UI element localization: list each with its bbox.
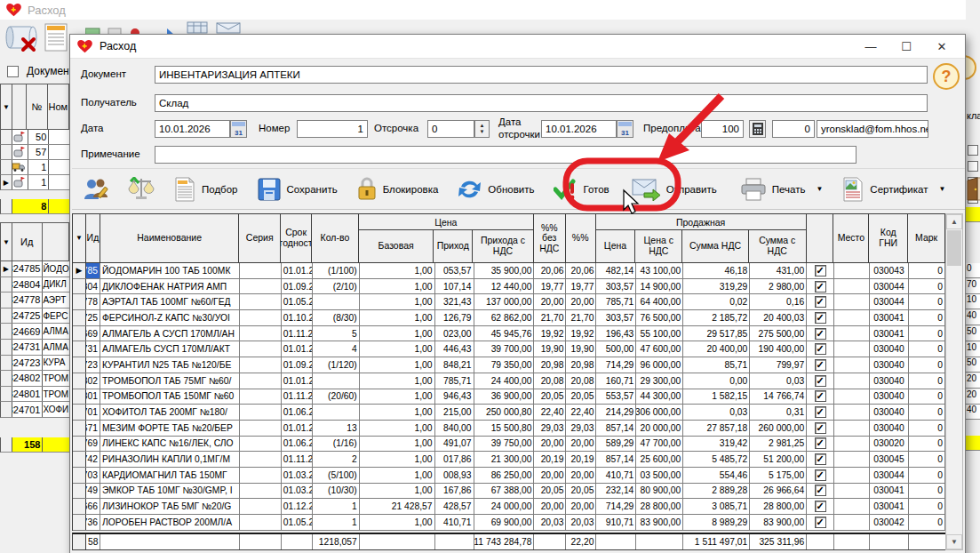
doc-num-cell[interactable]: 57 [28,145,50,159]
sum-nds-cell[interactable]: 0,02 [683,294,750,309]
prihod-nds-cell[interactable]: 69 900,00 [474,515,535,530]
id-cell[interactable]: 749 [86,484,100,499]
price-cell[interactable]: 714,29 [596,357,636,373]
base-cell[interactable]: 1,00 [360,421,435,436]
expiry-cell[interactable]: 01.06.2 [282,405,313,420]
prihod-cell[interactable]: 491,07 [435,437,474,452]
name-cell[interactable]: ЛОРОБЕН РАСТВОР 200МЛ/А [100,515,240,530]
col-price[interactable]: Цена [596,230,636,262]
table-row[interactable]: 725ФЕРСИНОЛ-Z КАПС №30/УОІ01.10.2(8/30)1… [73,310,945,326]
gni-cell[interactable]: 030045 [870,452,909,467]
prihod-cell[interactable]: 840,00 [435,421,474,436]
qty-cell[interactable] [313,373,360,389]
table-row[interactable]: 703КАРДИОМАГНИЛ ТАБ 150МГ01.03.2(5/100)1… [73,468,945,484]
place-cell[interactable] [834,310,870,325]
sum-nds-cell[interactable]: 319,42 [683,437,750,452]
prihod-nds-cell[interactable]: 35 900,00 [474,263,535,278]
row-checkbox-cell[interactable]: ✓ [807,279,834,294]
name-cell[interactable]: КУРАНТИЛ N25 ТАБ №120/БЕ [100,357,240,373]
row-checkbox-cell[interactable]: ✓ [807,437,834,452]
prihod-cell[interactable]: 428,57 [435,499,474,514]
prihod-nds-cell[interactable]: 24 000,00 [474,499,535,514]
base-cell[interactable]: 1,00 [360,341,435,357]
sum-s-nds-cell[interactable]: 260 000,00 [750,421,807,436]
place-cell[interactable] [834,452,870,467]
name-cell[interactable]: ДИКЛОФЕНАК НАТРИЯ АМП [100,279,240,294]
name-cell[interactable]: АЛМАГЕЛЬ СУСП 170МЛ/АКТ [100,341,240,357]
row-checkbox-cell[interactable]: ✓ [807,263,834,278]
row-checkbox-cell[interactable]: ✓ [807,452,834,467]
number-field[interactable]: 1 [297,120,368,138]
checked-checkbox[interactable]: ✓ [815,312,826,324]
document-field[interactable]: ИНВЕНТАРИЗАЦИЯ АПТЕКИ [155,66,928,84]
table-row[interactable]: 742РИНАЗОЛИН КАПЛИ 0,1МГ/М01.11.221,0001… [73,452,945,468]
checked-checkbox[interactable]: ✓ [815,390,826,402]
ids-row[interactable]: ▶824785ЙОДО [0,261,69,277]
checked-checkbox[interactable]: ✓ [815,281,826,293]
name-cell[interactable]: КАРДИОМАГНИЛ ТАБ 150МГ [100,468,240,483]
pct-no-nds-cell[interactable]: 20,05 [534,484,566,499]
doc-nom-cell[interactable] [49,160,69,174]
certificate-button[interactable]: Сертификат▼ [834,172,953,206]
col-pct[interactable]: %% [566,214,596,262]
prihod-cell[interactable]: 023,00 [435,326,474,341]
price-cell[interactable]: 500,00 [596,341,636,357]
series-cell[interactable] [240,357,282,373]
sum-s-nds-cell[interactable]: 431,00 [750,263,807,278]
price-cell[interactable]: 303,57 [596,279,636,294]
gni-cell[interactable]: 030040 [870,357,909,373]
expiry-cell[interactable]: 01.05.2 [282,515,313,530]
gni-cell[interactable]: 030041 [870,484,909,499]
document-checkbox[interactable] [7,66,19,77]
place-cell[interactable] [834,484,870,499]
name-prefix-cell[interactable]: КУРА [43,356,69,371]
checked-checkbox[interactable]: ✓ [815,469,826,481]
id-cell[interactable]: 703 [86,468,100,483]
name-cell[interactable]: ЭМКОР ТАБ 10МГ №30/GMP, І [100,484,240,499]
deferral-field[interactable]: 0 [427,120,474,138]
gni-cell[interactable]: 030040 [870,421,909,436]
name-prefix-cell[interactable]: ДИКЛ [43,277,69,293]
refresh-button[interactable]: Обновить [450,173,542,205]
prihod-cell[interactable]: 410,71 [435,515,474,530]
sum-nds-cell[interactable]: 2 889,28 [683,484,750,499]
price-cell[interactable]: 214,29 [596,405,636,420]
mark-cell[interactable]: 0 [909,341,945,357]
pct-cell[interactable]: 21,70 [566,310,596,325]
docs-row[interactable]: 1 [0,160,69,175]
table-row[interactable]: ▶785ЙОДОМАРИН 100 ТАБ 100МК01.01.2(1/100… [73,263,945,279]
document-filter[interactable]: Документ [7,65,74,77]
row-checkbox-cell[interactable]: ✓ [807,341,834,357]
pct-cell[interactable]: 22,40 [566,405,596,420]
name-cell[interactable]: ФЕРСИНОЛ-Z КАПС №30/УОІ [100,310,240,325]
price-nds-cell[interactable]: 03 500,00 [636,468,683,483]
price-nds-cell[interactable]: 80 900,00 [636,484,683,499]
prihod-nds-cell[interactable]: 137 000,00 [474,294,535,309]
table-row[interactable]: 669АЛМАГЕЛЬ А СУСП 170МЛ/АН01.11.251,000… [73,326,945,342]
pct-no-nds-cell[interactable]: 19,92 [534,326,566,341]
sum-s-nds-cell[interactable]: 0,03 [750,373,807,389]
pct-cell[interactable]: 20,06 [566,263,596,278]
place-cell[interactable] [834,515,870,530]
name-prefix-cell[interactable]: ТРОМ [43,371,69,386]
qty-cell[interactable]: (1/16) [313,437,360,452]
prihod-cell[interactable]: 008,93 [435,468,474,483]
series-cell[interactable] [240,263,282,278]
docs-filter-arrow[interactable]: ▼ [1,84,12,129]
row-checkbox-cell[interactable]: ✓ [807,326,834,341]
place-cell[interactable] [834,326,870,341]
table-row[interactable]: 801ТРОМБОПОЛ ТАБ 150МГ №6001.11.2(20/60)… [73,389,945,405]
id-cell[interactable]: 824785 [12,261,44,276]
qty-cell[interactable] [313,294,360,309]
id-cell[interactable]: 824804 [12,277,44,293]
place-cell[interactable] [834,437,870,452]
qty-cell[interactable]: 5 [313,326,360,341]
sum-s-nds-cell[interactable]: 275 500,00 [750,326,807,341]
expiry-cell[interactable]: 01.06.2 [282,437,313,452]
prihod-cell[interactable]: 167,86 [435,484,474,499]
pct-cell[interactable]: 19,92 [566,326,596,341]
col-name[interactable]: Наименование [100,214,239,262]
email-field[interactable]: yronsklad@fom.hhos.net [817,120,928,138]
prihod-nds-cell[interactable]: 86 250,00 [474,468,535,483]
mark-cell[interactable]: 0 [909,389,945,405]
